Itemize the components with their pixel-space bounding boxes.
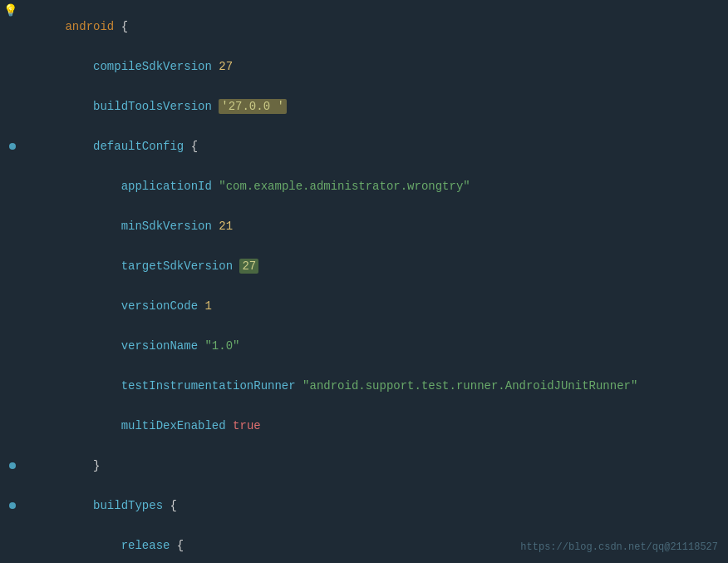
code-content: versionCode 1 (23, 286, 721, 326)
code-line: defaultConfig { (0, 126, 728, 166)
code-line: minSdkVersion 21 (0, 206, 728, 246)
code-content: android { (23, 7, 721, 47)
code-content: versionName "1.0" (23, 326, 721, 366)
gutter-dot (7, 462, 18, 469)
gutter-dot (7, 502, 18, 509)
code-line: android { (0, 7, 728, 47)
code-content: applicationId "com.example.administrator… (23, 166, 721, 206)
code-line: } (0, 446, 728, 486)
code-content: defaultConfig { (23, 126, 721, 166)
code-content: buildTypes { (23, 486, 721, 526)
code-content: compileSdkVersion 27 (23, 47, 721, 86)
code-content: } (23, 446, 721, 486)
code-content: multiDexEnabled true (23, 406, 721, 446)
code-editor: 💡 android { compileSdkVersion 27 buildTo… (0, 0, 728, 563)
code-line: compileSdkVersion 27 (0, 47, 728, 86)
code-line: versionCode 1 (0, 286, 728, 326)
code-line: applicationId "com.example.administrator… (0, 166, 728, 206)
code-content: minSdkVersion 21 (23, 206, 721, 246)
code-line: testInstrumentationRunner "android.suppo… (0, 366, 728, 406)
code-content: targetSdkVersion 27 (23, 246, 721, 286)
code-line: targetSdkVersion 27 (0, 246, 728, 286)
code-content: buildToolsVersion '27.0.0 ' (23, 86, 721, 126)
code-line: buildToolsVersion '27.0.0 ' (0, 86, 728, 126)
watermark: https://blog.csdn.net/qq@21118527 (520, 541, 718, 553)
code-line: multiDexEnabled true (0, 406, 728, 446)
code-content: testInstrumentationRunner "android.suppo… (23, 366, 721, 406)
code-line: buildTypes { (0, 486, 728, 526)
code-line: versionName "1.0" (0, 326, 728, 366)
gutter-dot (7, 143, 18, 150)
